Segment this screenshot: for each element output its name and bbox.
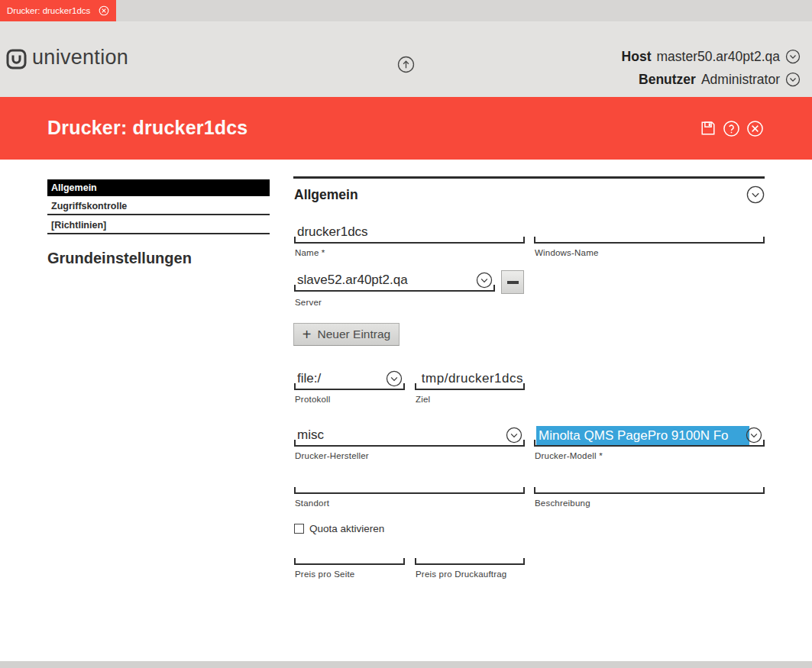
protocol-box bbox=[294, 369, 405, 390]
location-input[interactable] bbox=[294, 473, 525, 492]
tab-strip: Drucker: drucker1dcs bbox=[0, 0, 812, 21]
chevron-down-circle-icon[interactable] bbox=[506, 427, 522, 444]
description-box bbox=[534, 473, 765, 494]
location-box bbox=[294, 473, 525, 494]
host-menu[interactable]: Host master50.ar40pt2.qa bbox=[622, 47, 801, 66]
model-field: Minolta QMS PagePro 9100N Fo Drucker-Mod… bbox=[534, 426, 765, 460]
windows-name-label: Windows-Name bbox=[534, 248, 765, 257]
windows-name-field: Windows-Name bbox=[534, 223, 765, 257]
chevron-down-circle-icon[interactable] bbox=[386, 370, 403, 387]
sidebar-item-label: Allgemein bbox=[51, 182, 97, 193]
chevron-down-circle-icon[interactable] bbox=[746, 427, 762, 444]
target-box bbox=[415, 369, 525, 390]
price-per-page-field: Preis pro Seite bbox=[294, 544, 405, 579]
sidebar-heading: Grundeinstellungen bbox=[47, 250, 192, 267]
module-tab[interactable]: Drucker: drucker1dcs bbox=[0, 0, 116, 21]
manufacturer-box bbox=[294, 426, 525, 447]
server-combobox[interactable] bbox=[294, 271, 477, 290]
user-value: Administrator bbox=[701, 72, 780, 88]
help-icon[interactable] bbox=[723, 120, 740, 137]
remove-server-button[interactable] bbox=[501, 270, 524, 294]
server-label: Server bbox=[294, 298, 495, 307]
protocol-field: Protokoll bbox=[294, 369, 405, 404]
description-field: Beschreibung bbox=[534, 473, 765, 508]
windows-name-box bbox=[534, 223, 765, 244]
save-icon[interactable] bbox=[700, 120, 717, 137]
add-entry-label: Neuer Eintrag bbox=[318, 328, 391, 341]
sidebar-item-allgemein[interactable]: Allgemein bbox=[47, 179, 270, 196]
sidebar: Allgemein Zugriffskontrolle [Richtlinien… bbox=[47, 179, 270, 234]
sidebar-item-label: Zugriffskontrolle bbox=[51, 201, 127, 211]
server-field: Server bbox=[294, 271, 495, 307]
umc-page: Drucker: drucker1dcs univention Host mas… bbox=[0, 0, 812, 668]
manufacturer-combobox[interactable] bbox=[294, 426, 506, 445]
price-per-job-input[interactable] bbox=[415, 544, 525, 563]
section-collapse-icon[interactable] bbox=[746, 186, 765, 204]
host-value: master50.ar40pt2.qa bbox=[657, 49, 781, 65]
location-field: Standort bbox=[294, 473, 525, 508]
form-top-border bbox=[293, 176, 765, 179]
chevron-down-circle-icon[interactable] bbox=[785, 72, 801, 87]
target-input[interactable] bbox=[415, 369, 525, 389]
windows-name-input[interactable] bbox=[534, 223, 765, 242]
manufacturer-field: Drucker-Hersteller bbox=[294, 426, 525, 460]
protocol-label: Protokoll bbox=[294, 395, 405, 404]
tab-close-icon[interactable] bbox=[99, 5, 109, 16]
model-box: Minolta QMS PagePro 9100N Fo bbox=[534, 426, 765, 447]
module-tab-label: Drucker: drucker1dcs bbox=[7, 6, 92, 15]
quota-row: Quota aktivieren bbox=[294, 523, 384, 534]
price-per-page-input[interactable] bbox=[294, 544, 405, 563]
price-per-job-box bbox=[415, 544, 525, 565]
quota-label: Quota aktivieren bbox=[309, 523, 384, 534]
server-box bbox=[294, 271, 495, 292]
host-label: Host bbox=[622, 49, 652, 65]
page-title: Drucker: drucker1dcs bbox=[47, 117, 247, 139]
horizontal-scrollbar bbox=[0, 661, 812, 668]
price-per-job-field: Preis pro Druckauftrag bbox=[415, 544, 525, 579]
description-input[interactable] bbox=[534, 473, 765, 492]
price-per-page-box bbox=[294, 544, 405, 565]
section-title: Allgemein bbox=[294, 187, 358, 203]
target-field: Ziel bbox=[415, 369, 525, 404]
horizontal-scrollbar-thumb[interactable] bbox=[0, 661, 812, 668]
name-input[interactable] bbox=[294, 223, 525, 242]
protocol-combobox[interactable] bbox=[294, 369, 387, 389]
minus-icon bbox=[507, 281, 519, 284]
plus-icon: + bbox=[302, 327, 312, 342]
name-box bbox=[294, 223, 525, 244]
model-label: Drucker-Modell * bbox=[534, 451, 765, 460]
name-field: Name * bbox=[294, 223, 525, 257]
arrow-up-circle-icon[interactable] bbox=[397, 56, 415, 73]
module-bar: Drucker: drucker1dcs bbox=[0, 97, 812, 160]
sidebar-item-richtlinien[interactable]: [Richtlinien] bbox=[47, 217, 270, 234]
sidebar-item-label: [Richtlinien] bbox=[51, 220, 106, 231]
user-menu[interactable]: Benutzer Administrator bbox=[639, 69, 801, 89]
model-selected-text[interactable]: Minolta QMS PagePro 9100N Fo bbox=[536, 426, 749, 445]
close-icon[interactable] bbox=[746, 120, 764, 137]
location-label: Standort bbox=[294, 499, 525, 508]
price-per-page-label: Preis pro Seite bbox=[294, 570, 405, 579]
target-label: Ziel bbox=[415, 395, 525, 404]
logo-text: univention bbox=[32, 47, 128, 70]
price-per-job-label: Preis pro Druckauftrag bbox=[415, 570, 525, 579]
chevron-down-circle-icon[interactable] bbox=[785, 49, 801, 64]
chevron-down-circle-icon[interactable] bbox=[476, 272, 493, 289]
quota-checkbox[interactable] bbox=[294, 524, 304, 534]
manufacturer-label: Drucker-Hersteller bbox=[294, 451, 525, 460]
add-entry-button[interactable]: + Neuer Eintrag bbox=[293, 323, 400, 346]
sidebar-item-zugriffskontrolle[interactable]: Zugriffskontrolle bbox=[47, 198, 270, 215]
name-label: Name * bbox=[294, 248, 525, 257]
module-actions bbox=[700, 97, 764, 160]
section-header-allgemein: Allgemein bbox=[294, 186, 765, 204]
app-header: univention Host master50.ar40pt2.qa Benu… bbox=[0, 21, 812, 97]
univention-u-mark-icon bbox=[6, 49, 27, 69]
user-label: Benutzer bbox=[639, 72, 696, 88]
description-label: Beschreibung bbox=[534, 499, 765, 508]
univention-logo: univention bbox=[6, 47, 128, 70]
